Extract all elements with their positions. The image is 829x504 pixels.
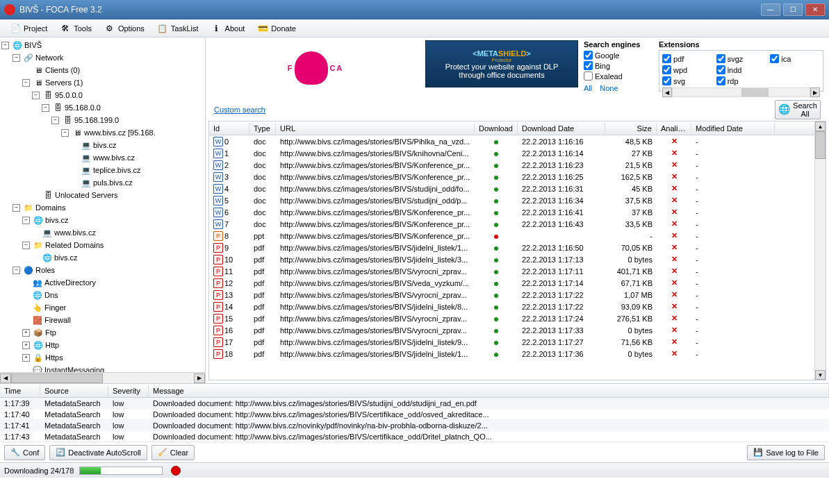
clear-button[interactable]: 🧹Clear [151,445,195,460]
log-row[interactable]: 1:17:43MetadataSearchlowDownloaded docum… [0,431,829,442]
extensions-hscrollbar[interactable]: ◀ ▶ [662,87,820,97]
checkbox-ext-rdp[interactable]: rdp [716,76,766,86]
tree-ip3[interactable]: −🗄95.168.199.0 [1,114,204,126]
checkbox-ext-svg[interactable]: svg [662,76,712,86]
tree-network[interactable]: −🔗Network [1,51,204,64]
tree-role-finger[interactable]: 👆Finger [1,301,204,314]
tree-role-http[interactable]: +🌐Http [1,339,204,351]
table-row[interactable]: P16pdfhttp://www.bivs.cz/images/stories/… [209,324,814,336]
tree-related[interactable]: −📁Related Domains [1,239,204,251]
tree-ip1[interactable]: −🗄95.0.0.0 [1,89,204,101]
custom-search-link[interactable]: Custom search [214,106,265,114]
th-modified[interactable]: Modified Date [691,123,775,134]
checkbox-ext-wpd[interactable]: wpd [662,65,712,75]
tree-h3[interactable]: 💻teplice.bivs.cz [1,164,204,176]
lh-source[interactable]: Source [40,385,108,396]
table-row[interactable]: P14pdfhttp://www.bivs.cz/images/stories/… [209,301,814,312]
lh-severity[interactable]: Severity [108,385,149,396]
tree-view[interactable]: −🌐BIVŠ −🔗Network 🖥Clients (0) −🖥Servers … [0,37,205,372]
checkbox-ext-svgz[interactable]: svgz [716,53,766,64]
menu-project[interactable]: 📄Project [4,21,53,36]
tree-root[interactable]: −🌐BIVŠ [1,39,204,51]
table-row[interactable]: W2dochttp://www.bivs.cz/images/stories/B… [209,159,814,171]
tree-role-im[interactable]: 💬InstantMessaging [1,364,204,372]
search-all-button[interactable]: 🌐 Search All [775,100,821,119]
th-id[interactable]: Id [209,123,249,134]
tree-h2[interactable]: 💻www.bivs.cz [1,151,204,164]
log-row[interactable]: 1:17:41MetadataSearchlowDownloaded docum… [0,420,829,431]
tree-hscrollbar[interactable]: ◀ ▶ [0,372,205,383]
scroll-left-icon[interactable]: ◀ [662,87,672,97]
tree-host[interactable]: −🖥www.bivs.cz [95.168. [1,126,204,139]
scroll-right-icon[interactable]: ▶ [194,373,205,383]
table-row[interactable]: W4dochttp://www.bivs.cz/images/stories/B… [209,183,814,194]
lh-message[interactable]: Message [149,385,829,396]
tree-clients[interactable]: 🖥Clients (0) [1,64,204,76]
log-body[interactable]: 1:17:39MetadataSearchlowDownloaded docum… [0,398,829,442]
save-log-button[interactable]: 💾Save log to File [747,445,825,460]
menu-about[interactable]: ℹAbout [206,21,251,36]
checkbox-google[interactable]: Google [584,50,653,60]
checkbox-ext-ica[interactable]: ica [770,53,820,64]
minimize-button[interactable]: — [761,3,780,16]
table-row[interactable]: P11pdfhttp://www.bivs.cz/images/stories/… [209,265,814,277]
checkbox-bing[interactable]: Bing [584,60,653,71]
checkbox-ext-pdf[interactable]: pdf [662,53,712,64]
tree-role-firewall[interactable]: 🧱Firewall [1,314,204,326]
menu-tasklist[interactable]: 📋TaskList [151,21,204,36]
checkbox-ext-indd[interactable]: indd [716,65,766,75]
th-date[interactable]: Download Date [518,123,605,134]
tree-roles[interactable]: −🔵Roles [1,264,204,276]
scroll-thumb[interactable] [815,131,826,159]
menu-tools[interactable]: 🛠Tools [54,21,97,36]
th-analized[interactable]: Analized [657,123,691,134]
tree-servers[interactable]: −🖥Servers (1) [1,76,204,89]
tree-ip2[interactable]: −🗄95.168.0.0 [1,101,204,114]
conf-button[interactable]: 🔧Conf [4,445,45,460]
tree-h1[interactable]: 💻bivs.cz [1,139,204,151]
scroll-thumb[interactable] [741,88,769,96]
tree-dom1[interactable]: −🌐bivs.cz [1,214,204,226]
scroll-up-icon[interactable]: ▲ [815,121,826,131]
tree-rel1[interactable]: 🌐bivs.cz [1,251,204,264]
th-type[interactable]: Type [249,123,276,134]
maximize-button[interactable]: ☐ [783,3,803,16]
menu-options[interactable]: ⚙Options [99,21,150,36]
table-row[interactable]: W7dochttp://www.bivs.cz/images/stories/B… [209,218,814,230]
stop-button[interactable] [171,466,181,476]
table-row[interactable]: W3dochttp://www.bivs.cz/images/stories/B… [209,171,814,183]
link-all[interactable]: All [584,84,592,92]
lh-time[interactable]: Time [0,385,40,396]
table-row[interactable]: P13pdfhttp://www.bivs.cz/images/stories/… [209,289,814,301]
log-row[interactable]: 1:17:39MetadataSearchlowDownloaded docum… [0,398,829,409]
link-none[interactable]: None [600,84,618,92]
checkbox-exalead[interactable]: Exalead [584,71,653,81]
table-row[interactable]: P17pdfhttp://www.bivs.cz/images/stories/… [209,336,814,348]
tree-domains[interactable]: −📁Domains [1,201,204,214]
tree-dom2[interactable]: 💻www.bivs.cz [1,226,204,239]
table-row[interactable]: W0dochttp://www.bivs.cz/images/stories/B… [209,135,814,147]
autoscroll-button[interactable]: 🔄Deactivate AutoScroll [49,445,147,460]
table-row[interactable]: P18pdfhttp://www.bivs.cz/images/stories/… [209,348,814,360]
scroll-thumb[interactable] [11,373,103,383]
metashield-banner[interactable]: <METASHIELD> Protector Protect your webs… [425,40,578,87]
tree-unlocated[interactable]: 🗄Unlocated Servers [1,189,204,201]
table-vscrollbar[interactable]: ▲ ▼ [814,121,826,380]
th-download[interactable]: Download [475,123,518,134]
close-button[interactable]: ✕ [805,3,825,16]
tree-role-dns[interactable]: 🌐Dns [1,289,204,301]
table-row[interactable]: P10pdfhttp://www.bivs.cz/images/stories/… [209,253,814,265]
table-row[interactable]: P12pdfhttp://www.bivs.cz/images/stories/… [209,277,814,289]
th-url[interactable]: URL [276,123,475,134]
table-row[interactable]: P9pdfhttp://www.bivs.cz/images/stories/B… [209,242,814,253]
tree-role-ad[interactable]: 👥ActiveDirectory [1,276,204,289]
table-row[interactable]: P15pdfhttp://www.bivs.cz/images/stories/… [209,312,814,324]
table-row[interactable]: W5dochttp://www.bivs.cz/images/stories/B… [209,194,814,206]
scroll-down-icon[interactable]: ▼ [815,370,826,380]
scroll-left-icon[interactable]: ◀ [0,373,11,383]
tree-h4[interactable]: 💻puls.bivs.cz [1,176,204,189]
log-row[interactable]: 1:17:40MetadataSearchlowDownloaded docum… [0,409,829,420]
table-row[interactable]: P8ppthttp://www.bivs.cz/images/stories/B… [209,230,814,242]
th-size[interactable]: Size [605,123,657,134]
menu-donate[interactable]: 💳Donate [252,21,301,36]
